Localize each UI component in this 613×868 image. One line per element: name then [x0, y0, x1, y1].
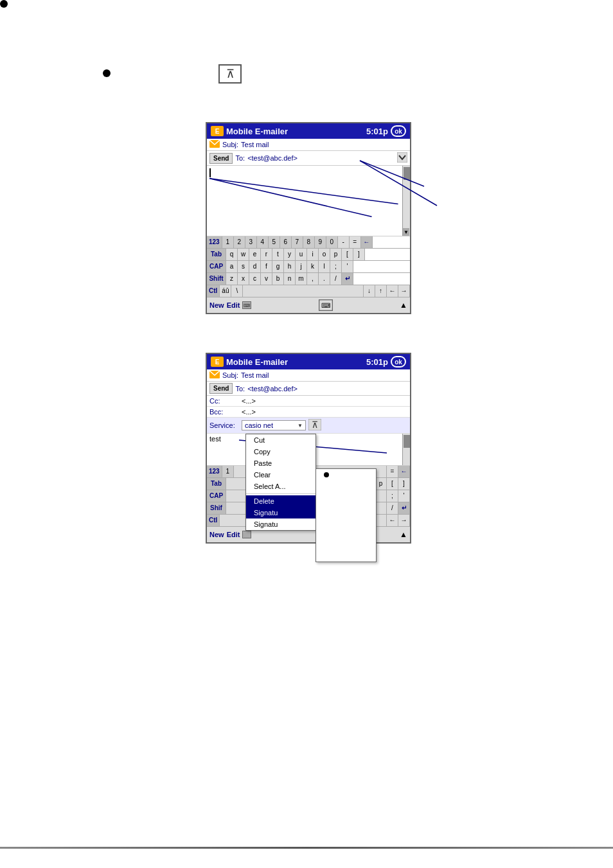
send-button-1[interactable]: Send — [209, 153, 233, 164]
kb2-left2[interactable]: ← — [387, 515, 398, 526]
kb-key-o[interactable]: o — [319, 249, 330, 260]
kb-key-1[interactable]: 1 — [222, 236, 234, 248]
kb2-shift[interactable]: Shif — [207, 502, 226, 514]
scroll-thumb-2[interactable] — [404, 435, 410, 448]
context-menu-signature2[interactable]: Signatu — [246, 518, 315, 530]
edit-button-1[interactable]: Edit — [227, 301, 240, 309]
kb-key-equals[interactable]: = — [350, 236, 361, 248]
kb-key-up[interactable]: ↑ — [375, 285, 387, 297]
kb-key-tab[interactable]: Tab — [207, 249, 226, 260]
kb-key-minus[interactable]: - — [338, 236, 350, 248]
kb-key-slash[interactable]: / — [330, 273, 342, 285]
scroll-bar-2[interactable] — [402, 434, 410, 465]
kb-key-4[interactable]: 4 — [257, 236, 269, 248]
kb-key-i[interactable]: i — [307, 249, 319, 260]
kb-key-space[interactable] — [243, 285, 364, 297]
ok-button-2[interactable]: ok — [391, 356, 406, 368]
kb2-lbr[interactable]: [ — [387, 478, 398, 490]
kb-key-6[interactable]: 6 — [280, 236, 292, 248]
kb-key-w[interactable]: w — [238, 249, 249, 260]
kb-key-v[interactable]: v — [261, 273, 272, 285]
new-button-2[interactable]: New — [209, 531, 224, 538]
kb-key-h[interactable]: h — [284, 261, 296, 272]
kb-key-n[interactable]: n — [284, 273, 296, 285]
context-menu-delete[interactable]: Delete — [246, 495, 315, 507]
context-menu-paste[interactable]: Paste — [246, 457, 315, 469]
kb2-p[interactable]: p — [375, 478, 387, 490]
send-button-2[interactable]: Send — [209, 383, 233, 394]
kb-key-semicolon[interactable]: ; — [330, 261, 342, 272]
kb2-equals[interactable]: = — [387, 466, 398, 477]
kb-key-y[interactable]: y — [284, 249, 296, 260]
kb-key-lbracket[interactable]: [ — [342, 249, 353, 260]
kb-key-left[interactable]: ← — [387, 285, 398, 297]
context-menu-select-all[interactable]: Select A... — [246, 481, 315, 492]
kb-key-cap[interactable]: CAP — [207, 261, 226, 272]
kb-key-p[interactable]: p — [330, 249, 342, 260]
expand-icon[interactable]: ⊼ — [218, 64, 242, 84]
kb-key-ctl[interactable]: Ctl — [207, 285, 220, 297]
kb-key-quote[interactable]: ' — [342, 261, 353, 272]
kb-icon-small-1[interactable]: ⌨ — [242, 301, 251, 309]
kb-key-9[interactable]: 9 — [315, 236, 326, 248]
kb-key-down[interactable]: ↓ — [364, 285, 375, 297]
kb2-semi[interactable]: ; — [387, 490, 398, 502]
submenu-sig5[interactable]: Signature 5 — [316, 542, 376, 562]
kb-key-r[interactable]: r — [261, 249, 272, 260]
kb2-quote[interactable]: ' — [398, 490, 410, 502]
kb-key-accent[interactable]: áû — [220, 285, 231, 297]
kb-key-e[interactable]: e — [249, 249, 261, 260]
kb-key-u[interactable]: u — [296, 249, 307, 260]
kb-key-backslash[interactable]: \ — [231, 285, 243, 297]
kb2-backspace[interactable]: ← — [398, 466, 410, 477]
kb-icon-right-1[interactable]: ⌨ — [319, 299, 333, 311]
submenu-sig4[interactable]: Signature 4 — [316, 523, 376, 542]
submenu-personal[interactable]: Personal — [316, 481, 376, 492]
submenu-none[interactable]: None — [316, 469, 376, 481]
kb-key-5[interactable]: 5 — [269, 236, 280, 248]
kb-key-j[interactable]: j — [296, 261, 307, 272]
kb-key-rbracket[interactable]: ] — [353, 249, 365, 260]
ok-button-1[interactable]: ok — [391, 125, 406, 137]
kb-icon-small-2[interactable] — [242, 531, 251, 538]
kb-key-b[interactable]: b — [272, 273, 284, 285]
kb2-rbr[interactable]: ] — [398, 478, 410, 490]
kb-key-m[interactable]: m — [296, 273, 307, 285]
kb-key-d[interactable]: d — [249, 261, 261, 272]
kb-key-3[interactable]: 3 — [245, 236, 257, 248]
kb2-cap[interactable]: CAP — [207, 490, 226, 502]
kb-key-t[interactable]: t — [272, 249, 284, 260]
kb-key-l[interactable]: l — [319, 261, 330, 272]
kb2-right2[interactable]: → — [398, 515, 410, 526]
edit-button-2[interactable]: Edit — [227, 531, 240, 538]
submenu-sig3[interactable]: Signature 3 — [316, 504, 376, 523]
submenu-business[interactable]: Business — [316, 492, 376, 504]
kb-key-right[interactable]: → — [398, 285, 410, 297]
kb-key-8[interactable]: 8 — [303, 236, 315, 248]
kb-key-f[interactable]: f — [261, 261, 272, 272]
kb-key-0[interactable]: 0 — [326, 236, 338, 248]
kb2-enter[interactable]: ↵ — [398, 502, 410, 514]
kb-key-s[interactable]: s — [238, 261, 249, 272]
kb-key-period[interactable]: . — [319, 273, 330, 285]
context-menu-clear[interactable]: Clear — [246, 469, 315, 481]
new-button-1[interactable]: New — [209, 301, 224, 309]
kb-key-comma[interactable]: , — [307, 273, 319, 285]
kb-key-q[interactable]: q — [226, 249, 238, 260]
kb2-tab[interactable]: Tab — [207, 478, 226, 490]
kb-key-shift[interactable]: Shift — [207, 273, 226, 285]
service-dropdown[interactable]: casio net ▼ — [242, 420, 306, 430]
kb-key-a[interactable]: a — [226, 261, 238, 272]
kb-key-123[interactable]: 123 — [207, 236, 222, 248]
kb-key-2[interactable]: 2 — [234, 236, 245, 248]
kb2-ctl[interactable]: Ctl — [207, 515, 220, 526]
kb-key-z[interactable]: z — [226, 273, 238, 285]
kb-key-7[interactable]: 7 — [292, 236, 303, 248]
context-menu-signature1[interactable]: Signatu None Personal — [246, 507, 315, 518]
context-menu-cut[interactable]: Cut — [246, 434, 315, 446]
expand-icon-2[interactable]: ⊼ — [308, 419, 321, 432]
kb-key-x[interactable]: x — [238, 273, 249, 285]
kb-key-g[interactable]: g — [272, 261, 284, 272]
kb2-key-1[interactable]: 1 — [222, 466, 234, 477]
kb-key-c[interactable]: c — [249, 273, 261, 285]
